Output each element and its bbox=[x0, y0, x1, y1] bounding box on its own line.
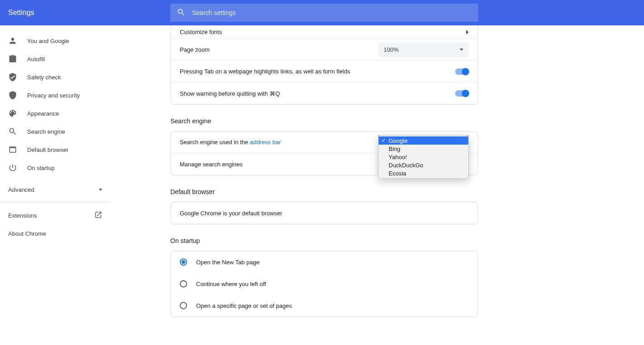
startup-option-label: Continue where you left off bbox=[196, 281, 266, 287]
search-engine-label: Search engine used in the address bar bbox=[180, 139, 281, 146]
sidebar-item-you-and-google[interactable]: You and Google bbox=[0, 32, 111, 50]
address-bar-link[interactable]: address bar bbox=[250, 139, 281, 146]
startup-option-specific-page[interactable]: Open a specific page or set of pages bbox=[171, 295, 478, 316]
dropdown-option-google[interactable]: Google bbox=[379, 136, 468, 145]
sidebar-item-label: On startup bbox=[27, 165, 55, 171]
radio-icon bbox=[180, 302, 187, 309]
sidebar-item-label: Appearance bbox=[27, 110, 59, 117]
dropdown-option-yahoo[interactable]: Yahoo! bbox=[379, 153, 468, 161]
on-startup-card: Open the New Tab page Continue where you… bbox=[170, 251, 478, 317]
chevron-down-icon bbox=[99, 189, 102, 191]
page-zoom-row: Page zoom 100% bbox=[171, 39, 478, 61]
radio-icon bbox=[180, 280, 187, 287]
advanced-label: Advanced bbox=[8, 186, 34, 193]
sidebar-item-label: Privacy and security bbox=[27, 92, 80, 99]
default-browser-title: Default browser bbox=[170, 188, 478, 195]
chevron-down-icon bbox=[460, 49, 463, 51]
sidebar-about-chrome[interactable]: About Chrome bbox=[0, 224, 111, 243]
clipboard-icon bbox=[8, 54, 17, 63]
default-browser-row: Google Chrome is your default browser bbox=[171, 202, 478, 224]
search-icon bbox=[177, 8, 186, 18]
search-engine-row: Search engine used in the address bar Go… bbox=[171, 131, 478, 153]
search-icon bbox=[8, 127, 17, 136]
dropdown-option-duckduckgo[interactable]: DuckDuckGo bbox=[379, 161, 468, 169]
customize-fonts-label: Customize fonts bbox=[180, 29, 222, 35]
search-container[interactable] bbox=[170, 4, 478, 22]
sidebar-item-label: Default browser bbox=[27, 146, 68, 153]
tab-highlight-toggle[interactable] bbox=[455, 68, 469, 75]
sidebar-item-label: You and Google bbox=[27, 38, 69, 44]
quit-warning-label: Show warning before quitting with ⌘Q bbox=[180, 90, 280, 97]
sidebar: You and Google Autofill Safety check Pri… bbox=[0, 25, 111, 345]
tab-highlight-label: Pressing Tab on a webpage highlights lin… bbox=[180, 68, 350, 75]
person-icon bbox=[8, 36, 17, 45]
sidebar-item-appearance[interactable]: Appearance bbox=[0, 104, 111, 122]
manage-search-engines-label: Manage search engines bbox=[180, 161, 243, 168]
sidebar-item-search-engine[interactable]: Search engine bbox=[0, 122, 111, 141]
sidebar-item-label: Search engine bbox=[27, 128, 65, 135]
sidebar-item-privacy[interactable]: Privacy and security bbox=[0, 86, 111, 104]
radio-icon bbox=[180, 258, 187, 266]
tab-highlight-row: Pressing Tab on a webpage highlights lin… bbox=[171, 61, 478, 83]
chevron-right-icon bbox=[466, 30, 469, 34]
default-browser-message: Google Chrome is your default browser bbox=[180, 210, 282, 217]
palette-icon bbox=[8, 109, 17, 118]
appearance-card: Customize fonts Page zoom 100% Pressing … bbox=[170, 25, 478, 105]
search-input[interactable] bbox=[192, 9, 472, 16]
dropdown-option-bing[interactable]: Bing bbox=[379, 145, 468, 153]
power-icon bbox=[8, 163, 17, 172]
main-content: Customize fonts Page zoom 100% Pressing … bbox=[111, 25, 644, 345]
customize-fonts-row[interactable]: Customize fonts bbox=[171, 25, 478, 39]
sidebar-item-safety-check[interactable]: Safety check bbox=[0, 68, 111, 86]
startup-option-label: Open a specific page or set of pages bbox=[196, 302, 292, 309]
startup-option-label: Open the New Tab page bbox=[196, 259, 260, 266]
sidebar-item-autofill[interactable]: Autofill bbox=[0, 50, 111, 68]
quit-warning-toggle[interactable] bbox=[455, 90, 469, 97]
page-zoom-value: 100% bbox=[384, 46, 399, 53]
default-browser-card: Google Chrome is your default browser bbox=[170, 202, 478, 224]
sidebar-item-label: Safety check bbox=[27, 74, 61, 81]
sidebar-item-default-browser[interactable]: Default browser bbox=[0, 141, 111, 159]
search-engine-title: Search engine bbox=[170, 117, 478, 125]
search-engine-card: Search engine used in the address bar Go… bbox=[170, 131, 478, 175]
window-icon bbox=[8, 145, 17, 154]
about-label: About Chrome bbox=[8, 230, 46, 237]
header: Settings bbox=[0, 0, 644, 25]
sidebar-item-on-startup[interactable]: On startup bbox=[0, 159, 111, 177]
page-zoom-label: Page zoom bbox=[180, 46, 210, 53]
startup-option-continue[interactable]: Continue where you left off bbox=[171, 273, 478, 295]
startup-option-new-tab[interactable]: Open the New Tab page bbox=[171, 251, 478, 273]
page-zoom-select[interactable]: 100% bbox=[378, 43, 469, 57]
on-startup-title: On startup bbox=[170, 237, 478, 244]
page-title: Settings bbox=[8, 9, 34, 17]
open-external-icon bbox=[94, 211, 102, 220]
sidebar-advanced[interactable]: Advanced bbox=[0, 180, 111, 199]
dropdown-option-ecosia[interactable]: Ecosia bbox=[379, 169, 468, 177]
extensions-label: Extensions bbox=[8, 212, 37, 219]
search-engine-dropdown: Google Bing Yahoo! DuckDuckGo Ecosia bbox=[378, 135, 469, 179]
shield-icon bbox=[8, 91, 17, 100]
quit-warning-row: Show warning before quitting with ⌘Q bbox=[171, 83, 478, 104]
sidebar-divider bbox=[0, 202, 111, 203]
sidebar-item-label: Autofill bbox=[27, 56, 45, 63]
shield-check-icon bbox=[8, 73, 17, 82]
sidebar-extensions[interactable]: Extensions bbox=[0, 206, 111, 224]
